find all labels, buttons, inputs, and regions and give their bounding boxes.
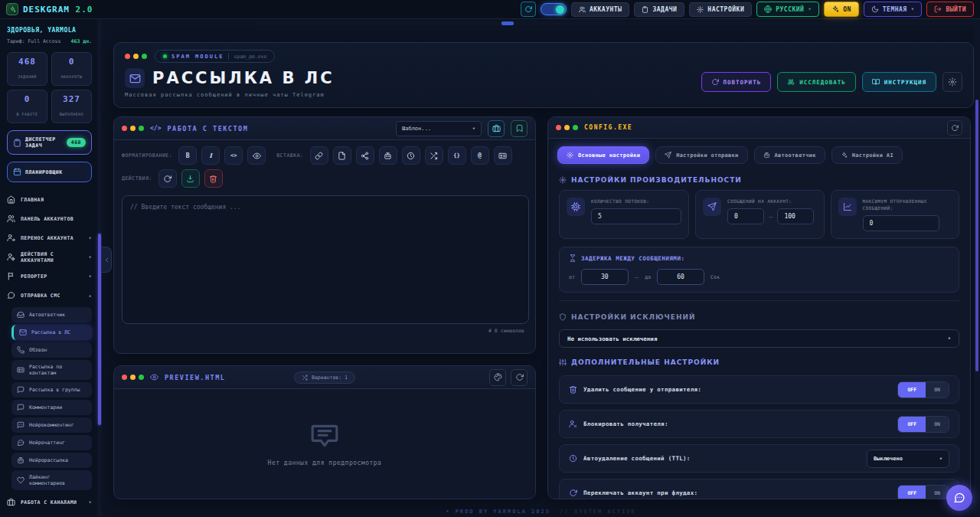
research-button[interactable]: ИССЛЕДОВАТЬ: [777, 72, 856, 92]
task-dispatcher-button[interactable]: ДИСПЕТЧЕР ЗАДАЧ 468: [7, 130, 92, 155]
accounts-button[interactable]: АККАУНТЫ: [571, 2, 630, 17]
exceptions-select[interactable]: Не использовать исключения ▾: [559, 329, 959, 348]
moon-icon: [871, 5, 879, 13]
insert-mention-button[interactable]: @: [471, 146, 489, 165]
user-gear-icon: [7, 253, 15, 261]
per-account-min-input[interactable]: [727, 208, 764, 224]
refresh-button[interactable]: [521, 2, 536, 17]
ai-toggle-button[interactable]: ON: [824, 2, 859, 17]
settings-button[interactable]: НАСТРОЙКИ: [689, 2, 752, 17]
preview-reload-button[interactable]: [511, 369, 528, 386]
status-dot: [163, 54, 167, 58]
tab-autoresponder[interactable]: Автоответчик: [754, 146, 825, 164]
app-name: DESKGRAM 2.0: [23, 5, 93, 15]
delay-to-input[interactable]: [657, 269, 704, 285]
delay-from-input[interactable]: [581, 269, 629, 285]
user-arrow-icon: [7, 234, 15, 242]
page-header-card: SPAM MODULE spam_pm.exe РАССЫЛКА В ЛС Ма…: [113, 42, 974, 108]
insert-file-button[interactable]: [333, 146, 351, 165]
switch-account-toggle[interactable]: OFFON: [897, 485, 949, 500]
insert-contact-button[interactable]: [494, 146, 512, 165]
clear-text-button[interactable]: [204, 169, 223, 188]
page-scrollbar[interactable]: [974, 19, 980, 517]
instruction-button[interactable]: ИНСТРУКЦИЯ: [862, 72, 936, 92]
eye-icon: [253, 152, 261, 160]
robot-icon: [384, 152, 392, 160]
message-text-input[interactable]: [122, 195, 529, 324]
sliders-icon: [559, 358, 567, 366]
tab-ai-settings[interactable]: Настройки AI: [831, 146, 903, 164]
sidebar-collapse-handle[interactable]: [102, 247, 112, 273]
sidebar-subitem-comments[interactable]: Комментарии: [11, 400, 92, 415]
delete-sender-message-row: Удалить сообщение у отправителя: OFFON: [559, 375, 959, 404]
template-select[interactable]: Шаблон...▾: [396, 121, 482, 136]
block-recipient-toggle[interactable]: OFFON: [897, 416, 949, 433]
horizontal-scrollbar-thumb[interactable]: [501, 21, 514, 25]
send-icon: [703, 198, 721, 216]
sidebar-subitem-neuromailing[interactable]: Нейрорассылка: [11, 453, 92, 468]
sidebar-subitem-group-mailing[interactable]: Рассылка в группы: [11, 382, 92, 398]
bookmark-button[interactable]: [511, 120, 528, 137]
sidebar-subitem-contacts-mailing[interactable]: Рассылка по контактам: [11, 360, 92, 380]
binoculars-icon: [787, 78, 795, 86]
per-account-max-input[interactable]: [777, 208, 814, 224]
logout-button[interactable]: ВЫЙТИ: [926, 2, 974, 17]
insert-random-button[interactable]: [425, 146, 443, 165]
app-logo: DESKGRAM 2.0: [6, 3, 93, 15]
shuffle-icon: [302, 375, 308, 381]
page-scrollbar-thumb[interactable]: [975, 100, 978, 371]
threads-input[interactable]: [591, 208, 681, 224]
sidebar-item-account-transfer[interactable]: ПЕРЕНОС АККАУНТА▾: [7, 228, 92, 247]
sidebar-scrollbar-thumb[interactable]: [98, 234, 101, 425]
sidebar-item-account-actions[interactable]: ДЕЙСТВИЯ С АККАУНТАМИ▾: [7, 247, 92, 267]
tab-sending-settings[interactable]: Настройки отправки: [655, 146, 747, 164]
language-select[interactable]: РУССКИЙ▾: [756, 2, 819, 17]
chat-icon: [7, 291, 15, 299]
ttl-select[interactable]: Выключено▾: [867, 450, 949, 468]
config-panel: CONFIG.EXE Основные настройки Настройки …: [547, 116, 971, 499]
template-save-button[interactable]: [488, 120, 505, 137]
sidebar-subitem-dm-mailing[interactable]: Рассылка в ЛС: [11, 325, 92, 340]
sidebar-item-send-sms[interactable]: ОТПРАВКА СМС▴: [7, 286, 92, 305]
repeat-button[interactable]: ПОВТОРИТЬ: [701, 72, 772, 92]
delete-sender-toggle[interactable]: OFFON: [897, 381, 949, 398]
header-settings-button[interactable]: [942, 72, 962, 92]
sidebar-subitem-neurochatting[interactable]: Нейрочаттинг: [11, 435, 92, 450]
sidebar-subitem-calls[interactable]: Обзвон: [11, 342, 92, 358]
insert-bot-button[interactable]: [379, 146, 397, 165]
sidebar-item-reporter[interactable]: РЕПОРТЕР▾: [7, 267, 92, 286]
max-sent-input[interactable]: [863, 215, 939, 231]
insert-time-button[interactable]: [402, 146, 420, 165]
sidebar-subitem-autoresponder[interactable]: Автоответчик: [11, 307, 92, 322]
support-chat-button[interactable]: [946, 485, 972, 511]
variants-badge: Вариантов: 1: [294, 371, 355, 384]
italic-button[interactable]: I: [201, 146, 220, 165]
chart-icon: [838, 198, 857, 216]
code-format-button[interactable]: <>: [224, 146, 243, 165]
sidebar-subitem-neurocommenting[interactable]: Нейрокомментинг: [11, 417, 92, 433]
sidebar-item-boosting[interactable]: НАКРУТКА▾: [7, 512, 92, 517]
tab-main-settings[interactable]: Основные настройки: [557, 146, 649, 164]
insert-link-button[interactable]: [310, 146, 328, 165]
config-reload-button[interactable]: [947, 120, 962, 136]
palette-button[interactable]: [489, 369, 506, 386]
horizontal-scrollbar[interactable]: [255, 21, 980, 25]
planner-button[interactable]: ПЛАНИРОВЩИК: [7, 162, 92, 182]
bold-button[interactable]: B: [178, 146, 197, 165]
sidebar-item-channels[interactable]: РАБОТА С КАНАЛАМИ▾: [7, 492, 92, 512]
power-toggle[interactable]: [541, 3, 567, 15]
top-bar: DESKGRAM 2.0 АККАУНТЫ ЗАДАЧИ НАСТРОЙКИ Р…: [0, 0, 980, 19]
window-dots: [125, 54, 147, 59]
phone-icon: [17, 346, 24, 354]
preview-refresh-button[interactable]: [158, 169, 177, 188]
sidebar-item-accounts-panel[interactable]: ПАНЕЛЬ АККАУНТОВ: [7, 209, 92, 228]
sidebar-subitem-comment-liking[interactable]: Лайкинг комментариев: [11, 470, 92, 490]
theme-select[interactable]: ТЕМНАЯ▾: [864, 2, 923, 17]
import-text-button[interactable]: [181, 169, 200, 188]
sidebar-item-home[interactable]: ГЛАВНАЯ: [7, 190, 92, 209]
insert-variable-button[interactable]: {}: [448, 146, 466, 165]
tasks-button[interactable]: ЗАДАЧИ: [634, 2, 684, 17]
refresh-icon: [951, 124, 959, 132]
insert-share-button[interactable]: [356, 146, 374, 165]
spoiler-button[interactable]: [247, 146, 266, 165]
